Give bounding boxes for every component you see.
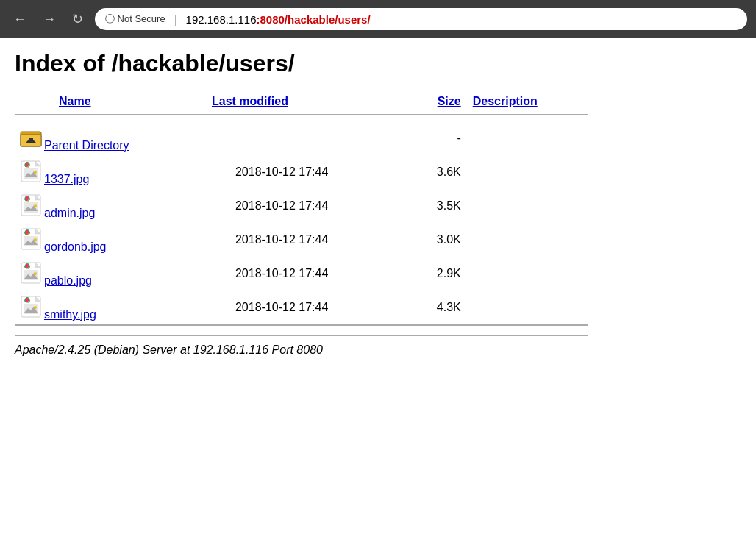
file-date: 2018-10-12 17:44: [206, 189, 410, 223]
file-description: [467, 257, 588, 291]
back-button[interactable]: ←: [9, 10, 31, 29]
directory-table: Name Last modified Size Description Pare…: [15, 92, 588, 332]
svg-rect-3: [29, 138, 33, 143]
table-row: gordonb.jpg2018-10-12 17:443.0K: [15, 223, 588, 257]
col-description[interactable]: Description: [467, 92, 588, 115]
file-size: 3.0K: [410, 223, 467, 257]
image-file-icon: [18, 158, 44, 185]
address-bar[interactable]: ⓘ Not Secure | 192.168.1.116:8080/hackab…: [95, 8, 747, 30]
image-file-icon: [18, 192, 44, 218]
file-name-cell: pablo.jpg: [15, 257, 206, 291]
page-content: Index of /hackable/users/ Name Last modi…: [0, 38, 756, 371]
svg-point-17: [34, 204, 37, 207]
table-row: admin.jpg2018-10-12 17:443.5K: [15, 189, 588, 223]
svg-point-38: [34, 306, 37, 309]
col-last-modified[interactable]: Last modified: [206, 92, 410, 115]
file-link[interactable]: smithy.jpg: [44, 308, 96, 321]
file-link[interactable]: Parent Directory: [44, 139, 129, 152]
file-link[interactable]: gordonb.jpg: [44, 241, 107, 253]
file-name-cell: admin.jpg: [15, 189, 206, 223]
file-name-cell: smithy.jpg: [15, 291, 206, 325]
file-link[interactable]: 1337.jpg: [44, 173, 89, 185]
file-description: [467, 291, 588, 325]
file-size: 3.6K: [410, 155, 467, 189]
footer-separator: [15, 335, 588, 336]
server-info: Apache/2.4.25 (Debian) Server at 192.168…: [15, 343, 741, 357]
security-badge: ⓘ Not Secure: [105, 13, 165, 26]
url-separator: |: [174, 13, 177, 26]
image-file-icon: [18, 226, 44, 252]
table-row: Parent Directory-: [15, 121, 588, 155]
file-description: [467, 189, 588, 223]
url-host: 192.168.1.116: [186, 13, 257, 26]
table-row: pablo.jpg2018-10-12 17:442.9K: [15, 257, 588, 291]
browser-chrome: ← → ↻ ⓘ Not Secure | 192.168.1.116:8080/…: [0, 0, 756, 38]
forward-button[interactable]: →: [38, 10, 60, 29]
url-text: 192.168.1.116:8080/hackable/users/: [186, 13, 371, 26]
file-description: [467, 155, 588, 189]
file-date: 2018-10-12 17:44: [206, 291, 410, 325]
file-description: [467, 121, 588, 155]
svg-point-31: [34, 272, 37, 275]
parent-dir-icon: [18, 124, 44, 151]
file-name-cell: 1337.jpg: [15, 155, 206, 189]
file-size: 4.3K: [410, 291, 467, 325]
file-date: 2018-10-12 17:44: [206, 257, 410, 291]
reload-button[interactable]: ↻: [68, 10, 88, 29]
file-size: 3.5K: [410, 189, 467, 223]
file-date: 2018-10-12 17:44: [206, 223, 410, 257]
svg-point-24: [34, 238, 37, 241]
col-size[interactable]: Size: [410, 92, 467, 115]
image-file-icon: [18, 293, 44, 320]
file-size: 2.9K: [410, 257, 467, 291]
file-name-cell: gordonb.jpg: [15, 223, 206, 257]
file-link[interactable]: pablo.jpg: [44, 274, 92, 287]
table-row: smithy.jpg2018-10-12 17:444.3K: [15, 291, 588, 325]
file-size: -: [410, 121, 467, 155]
col-name[interactable]: Name: [15, 92, 206, 115]
file-date: [206, 121, 410, 155]
page-title: Index of /hackable/users/: [15, 50, 741, 77]
svg-point-10: [34, 171, 37, 174]
table-row: 1337.jpg2018-10-12 17:443.6K: [15, 155, 588, 189]
file-description: [467, 223, 588, 257]
file-date: 2018-10-12 17:44: [206, 155, 410, 189]
url-port-path: :8080/hackable/users/: [257, 13, 371, 26]
file-link[interactable]: admin.jpg: [44, 207, 95, 219]
file-name-cell: Parent Directory: [15, 121, 206, 155]
image-file-icon: [18, 260, 44, 286]
